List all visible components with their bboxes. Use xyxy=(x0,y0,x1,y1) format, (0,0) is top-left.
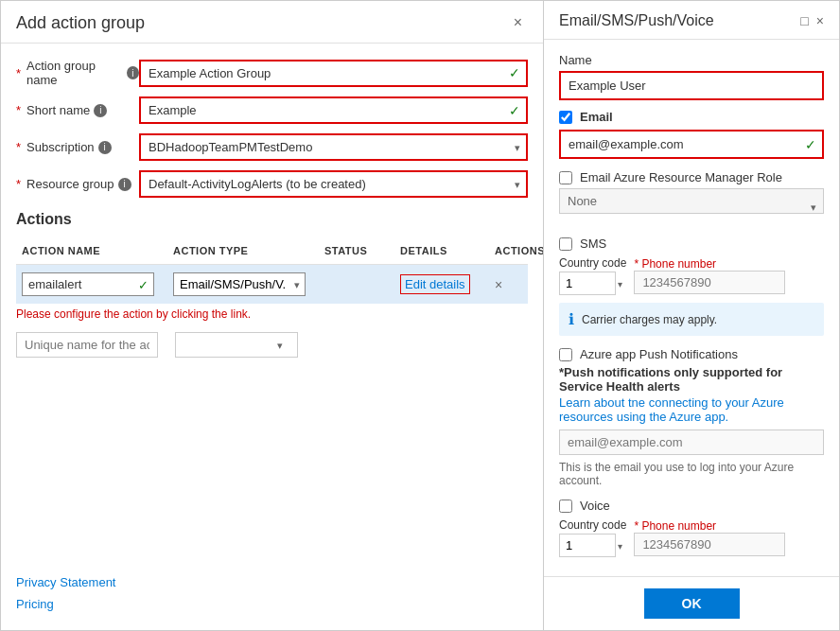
carrier-charges-banner: ℹ Carrier charges may apply. xyxy=(559,303,824,336)
right-panel-title: Email/SMS/Push/Voice xyxy=(559,12,714,29)
carrier-charges-text: Carrier charges may apply. xyxy=(582,313,717,326)
push-section: Azure app Push Notifications *Push notif… xyxy=(559,347,824,487)
right-header-icons: □ × xyxy=(800,13,824,28)
voice-checkbox[interactable] xyxy=(559,500,572,513)
required-star-4: * xyxy=(16,177,21,191)
pricing-link[interactable]: Pricing xyxy=(16,597,528,611)
action-group-name-label: * Action group name i xyxy=(16,59,139,87)
left-panel-body: * Action group name i ✓ * Short name i xyxy=(1,44,543,564)
subscription-select[interactable]: BDHadoopTeamPMTestDemo xyxy=(139,133,528,161)
error-text: Please configure the action by clicking … xyxy=(16,304,528,324)
resource-group-select[interactable]: Default-ActivityLogAlerts (to be created… xyxy=(139,170,528,198)
minimize-button[interactable]: □ xyxy=(800,13,808,28)
right-panel-body: Name Email ✓ Email Azure Resource Manage… xyxy=(544,40,839,576)
email-sms-push-voice-panel: Email/SMS/Push/Voice □ × Name Email ✓ xyxy=(544,0,840,631)
push-label: Azure app Push Notifications xyxy=(580,347,738,361)
resource-group-dropdown-wrapper: Default-ActivityLogAlerts (to be created… xyxy=(139,170,528,198)
right-panel-close-button[interactable]: × xyxy=(816,13,824,28)
email-checkbox-row: Email xyxy=(559,110,824,124)
footer-links: Privacy Statement Pricing xyxy=(1,564,543,630)
email-input-wrapper: ✓ xyxy=(559,130,824,159)
sms-country-select[interactable]: 1 xyxy=(559,272,616,295)
voice-phone-input[interactable] xyxy=(634,533,785,556)
action-group-name-input[interactable] xyxy=(139,60,528,87)
email-checkbox[interactable] xyxy=(559,111,572,124)
name-field-label: Name xyxy=(559,53,824,67)
left-panel-title: Add action group xyxy=(16,13,145,33)
new-action-type-select[interactable]: Email/SMS/Push/Voice Automation Runbook … xyxy=(175,332,298,358)
sms-country-code-label: Country code xyxy=(559,256,626,270)
azure-role-select[interactable]: None xyxy=(559,188,824,214)
push-hint: This is the email you use to log into yo… xyxy=(559,461,824,487)
push-checkbox[interactable] xyxy=(559,348,572,361)
actions-section-title: Actions xyxy=(16,211,528,228)
status-cell xyxy=(319,281,394,289)
voice-country-select-wrapper: 1 ▾ xyxy=(559,534,626,557)
new-action-row: Email/SMS/Push/Voice Automation Runbook … xyxy=(16,328,528,361)
action-group-name-info-icon[interactable]: i xyxy=(127,66,139,79)
col-actions: ACTIONS xyxy=(489,241,543,260)
left-panel-header: Add action group × xyxy=(1,1,543,44)
voice-phone-row: Country code 1 ▾ * Phone number xyxy=(559,518,824,557)
action-group-name-row: * Action group name i ✓ xyxy=(16,59,528,87)
sms-country-select-wrapper: 1 ▾ xyxy=(559,272,626,295)
action-name-input[interactable] xyxy=(22,272,154,296)
resource-group-info-icon[interactable]: i xyxy=(118,178,131,191)
short-name-checkmark: ✓ xyxy=(509,103,520,118)
add-action-group-panel: Add action group × * Action group name i… xyxy=(0,0,544,631)
short-name-input-wrapper: ✓ xyxy=(139,96,528,124)
voice-checkbox-row: Voice xyxy=(559,499,824,513)
left-panel-close-button[interactable]: × xyxy=(508,12,528,33)
subscription-row: * Subscription i BDHadoopTeamPMTestDemo … xyxy=(16,133,528,161)
azure-app-link[interactable]: Learn about tne connecting to your Azure… xyxy=(559,395,784,424)
required-star-3: * xyxy=(16,140,21,154)
actions-table-header: ACTION NAME ACTION TYPE STATUS DETAILS A… xyxy=(16,237,528,265)
email-azure-role-checkbox[interactable] xyxy=(559,171,572,184)
sms-phone-label: * Phone number xyxy=(634,257,785,271)
short-name-row: * Short name i ✓ xyxy=(16,96,528,124)
voice-country-dropdown-arrow: ▾ xyxy=(618,540,622,551)
sms-phone-row: Country code 1 ▾ * Phone number xyxy=(559,256,824,295)
sms-country-dropdown-arrow: ▾ xyxy=(618,278,622,289)
short-name-input[interactable] xyxy=(139,96,528,124)
privacy-statement-link[interactable]: Privacy Statement xyxy=(16,575,528,589)
voice-country-select[interactable]: 1 xyxy=(559,534,616,557)
right-panel-footer: OK xyxy=(544,576,839,630)
col-status: STATUS xyxy=(319,241,394,260)
edit-details-link[interactable]: Edit details xyxy=(400,274,470,294)
resource-group-label: * Resource group i xyxy=(16,177,139,191)
short-name-info-icon[interactable]: i xyxy=(94,104,107,117)
action-group-name-input-wrapper: ✓ xyxy=(139,60,528,87)
subscription-dropdown-wrapper: BDHadoopTeamPMTestDemo ▾ xyxy=(139,133,528,161)
none-dropdown-wrapper: None ▾ xyxy=(559,188,824,225)
sms-phone-input[interactable] xyxy=(634,271,785,294)
right-panel-header: Email/SMS/Push/Voice □ × xyxy=(544,1,839,40)
push-checkbox-row: Azure app Push Notifications xyxy=(559,347,824,361)
info-banner-icon: ℹ xyxy=(569,310,574,328)
new-name-cell xyxy=(16,332,167,358)
sms-checkbox-row: SMS xyxy=(559,237,824,251)
table-row: ✓ Email/SMS/Push/V... ▾ Edit details xyxy=(16,265,528,304)
sms-label: SMS xyxy=(580,237,606,251)
voice-country-code-group: Country code 1 ▾ xyxy=(559,518,626,557)
voice-country-code-label: Country code xyxy=(559,518,626,532)
resource-group-row: * Resource group i Default-ActivityLogAl… xyxy=(16,170,528,198)
email-azure-role-label: Email Azure Resource Manager Role xyxy=(580,170,782,184)
new-action-name-input[interactable] xyxy=(16,332,158,358)
sms-country-code-group: Country code 1 ▾ xyxy=(559,256,626,295)
sms-checkbox[interactable] xyxy=(559,237,572,251)
action-type-select[interactable]: Email/SMS/Push/V... xyxy=(173,272,306,296)
ok-button[interactable]: OK xyxy=(644,588,740,619)
delete-action-button[interactable]: × xyxy=(495,277,502,292)
action-group-name-checkmark: ✓ xyxy=(509,65,520,80)
col-action-type: ACTION TYPE xyxy=(167,241,319,260)
action-name-cell: ✓ xyxy=(16,269,167,300)
short-name-label: * Short name i xyxy=(16,103,139,117)
actions-cell: × xyxy=(489,273,543,296)
email-input[interactable] xyxy=(559,130,824,159)
new-type-cell: Email/SMS/Push/Voice Automation Runbook … xyxy=(175,332,289,358)
subscription-info-icon[interactable]: i xyxy=(98,141,112,154)
push-email-input[interactable] xyxy=(559,429,824,455)
voice-section: Voice Country code 1 ▾ * Phone number xyxy=(559,499,824,557)
name-input[interactable] xyxy=(559,71,824,100)
